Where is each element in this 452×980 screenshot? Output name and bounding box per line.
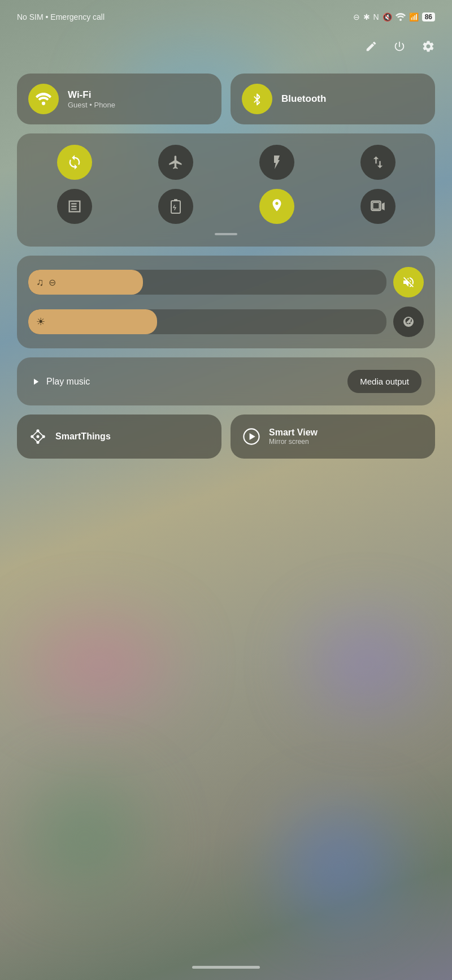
mute-button[interactable] [393,267,424,297]
smart-view-icon [242,427,261,446]
toggle-row-2 [28,189,424,224]
panel-drag-handle[interactable] [215,233,237,235]
wifi-tile-text: Wi-Fi Guest • Phone [68,89,115,109]
smart-view-tile-text: Smart View Mirror screen [269,428,318,446]
brightness-slider[interactable]: ☀ [28,309,386,334]
wifi-icon-circle [28,84,59,114]
svg-point-1 [42,102,45,105]
volume-slider-row: ♫ ⊖ [28,267,424,297]
auto-rotate-button[interactable] [57,145,92,180]
svg-point-0 [399,19,402,21]
toggle-panel [17,133,435,247]
svg-point-6 [36,435,39,438]
music-note-icon: ♫ [36,277,44,288]
svg-rect-2 [171,201,180,213]
brightness-slider-row: ☀ [28,306,424,337]
smart-view-tile[interactable]: Smart View Mirror screen [231,415,435,459]
bluetooth-tile-text: Bluetooth [281,93,326,105]
bluetooth-tile-title: Bluetooth [281,93,326,105]
brightness-slider-fill: ☀ [28,309,157,334]
settings-button[interactable] [421,40,435,53]
svg-rect-3 [174,199,177,201]
status-right-icons: ⊖ ✱ N 🔇 📶 86 [353,12,435,21]
airplane-mode-button[interactable] [158,145,193,180]
flashlight-button[interactable] [259,145,294,180]
wifi-tile[interactable]: Wi-Fi Guest • Phone [17,74,221,124]
mute-icon: 🔇 [383,12,392,21]
smart-view-tile-title: Smart View [269,428,318,438]
power-button[interactable] [393,40,406,53]
mobile-data-button[interactable] [360,145,395,180]
bluetooth-tile[interactable]: Bluetooth [231,74,435,124]
play-music-button[interactable]: Play music [31,377,90,387]
svg-rect-5 [372,202,379,209]
media-panel: Play music Media output [17,357,435,405]
main-content: Wi-Fi Guest • Phone Bluetooth [17,74,435,470]
toggle-row-1 [28,145,424,180]
svg-marker-16 [250,433,255,440]
quick-tiles-row: Wi-Fi Guest • Phone Bluetooth [17,74,435,124]
wifi-status-icon [395,13,406,21]
wifi-tile-subtitle: Guest • Phone [68,101,115,109]
status-bar: No SIM • Emergency call ⊖ ✱ N 🔇 📶 86 [0,0,452,34]
battery-level: 86 [422,12,435,21]
brightness-icon: ☀ [36,316,45,328]
screen-record-button[interactable] [360,189,395,224]
media-output-label: Media output [360,377,409,386]
volume-minus-icon: ⊖ [49,277,56,288]
sliders-panel: ♫ ⊖ ☀ [17,256,435,348]
smartthings-tile-title: SmartThings [55,431,111,442]
play-music-label: Play music [46,377,90,387]
media-output-button[interactable]: Media output [347,370,421,393]
nfc-button[interactable] [57,189,92,224]
wifi-tile-title: Wi-Fi [68,89,115,101]
home-indicator[interactable] [192,966,260,969]
edit-button[interactable] [365,40,377,53]
battery-saver-button[interactable] [158,189,193,224]
location-button[interactable] [259,189,294,224]
volume-slider[interactable]: ♫ ⊖ [28,270,386,295]
block-icon: ⊖ [353,12,360,21]
volume-slider-fill: ♫ ⊖ [28,270,143,295]
bluetooth-icon-circle [242,84,272,114]
do-not-disturb-button[interactable] [393,306,424,337]
smartthings-tile-text: SmartThings [55,431,111,442]
nfc-icon: N [373,12,379,21]
smart-view-tile-subtitle: Mirror screen [269,438,318,446]
smartthings-icon [28,427,47,446]
top-controls [365,40,435,53]
signal-icon: 📶 [409,12,419,21]
bottom-tiles-row: SmartThings Smart View Mirror screen [17,415,435,459]
bluetooth-status-icon: ✱ [363,12,370,21]
status-left-text: No SIM • Emergency call [17,12,105,21]
smartthings-tile[interactable]: SmartThings [17,415,221,459]
